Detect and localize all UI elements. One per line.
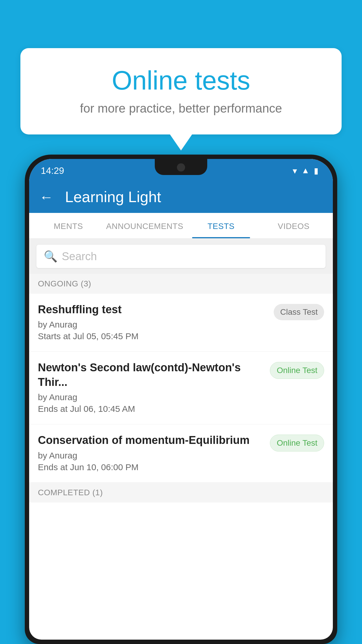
test-time-value-1: Jul 05, 05:45 PM <box>73 331 138 341</box>
phone-screen: 14:29 ▾ ▲ ▮ ← Learning Light MENTS ANNOU… <box>29 159 333 640</box>
tab-ments[interactable]: MENTS <box>32 213 105 238</box>
test-author-1: by Anurag <box>38 320 268 330</box>
camera-notch <box>177 163 185 172</box>
status-time: 14:29 <box>41 165 64 176</box>
test-time-1: Starts at Jul 05, 05:45 PM <box>38 331 268 341</box>
test-info-3: Conservation of momentum-Equilibrium by … <box>38 433 264 472</box>
app-bar: ← Learning Light <box>29 181 333 213</box>
search-input-wrapper[interactable]: 🔍 Search <box>36 245 326 268</box>
tab-tests[interactable]: TESTS <box>185 213 257 238</box>
test-time-value-3: Jun 10, 06:00 PM <box>70 462 138 472</box>
test-badge-3: Online Test <box>270 435 324 452</box>
back-button[interactable]: ← <box>39 189 53 205</box>
test-item-newtons[interactable]: Newton's Second law(contd)-Newton's Thir… <box>29 352 333 424</box>
tab-videos[interactable]: VIDEOS <box>257 213 330 238</box>
test-item-reshuffling[interactable]: Reshuffling test by Anurag Starts at Jul… <box>29 294 333 352</box>
speech-bubble: Online tests for more practice, better p… <box>20 48 342 134</box>
test-time-label-3: Ends at <box>38 462 68 472</box>
test-badge-1: Class Test <box>274 304 324 320</box>
ongoing-section-header: ONGOING (3) <box>29 274 333 294</box>
completed-title: COMPLETED (1) <box>38 488 103 497</box>
tabs-container: MENTS ANNOUNCEMENTS TESTS VIDEOS <box>29 213 333 239</box>
wifi-icon: ▾ <box>293 166 297 176</box>
test-name-3: Conservation of momentum-Equilibrium <box>38 433 264 447</box>
test-author-2: by Anurag <box>38 392 264 402</box>
bubble-subtitle: for more practice, better performance <box>44 102 318 116</box>
phone-frame: 14:29 ▾ ▲ ▮ ← Learning Light MENTS ANNOU… <box>25 155 337 644</box>
bubble-title: Online tests <box>44 66 318 96</box>
test-time-label-2: Ends at <box>38 404 68 414</box>
test-time-3: Ends at Jun 10, 06:00 PM <box>38 462 264 472</box>
phone-notch <box>155 159 207 175</box>
test-time-value-2: Jul 06, 10:45 AM <box>70 404 135 414</box>
test-info-2: Newton's Second law(contd)-Newton's Thir… <box>38 360 264 414</box>
test-time-label-1: Starts at <box>38 331 71 341</box>
completed-section-header: COMPLETED (1) <box>29 483 333 503</box>
search-icon: 🔍 <box>44 250 57 263</box>
test-badge-2: Online Test <box>270 362 324 379</box>
battery-icon: ▮ <box>314 166 318 176</box>
signal-icon: ▲ <box>301 166 310 175</box>
tab-announcements[interactable]: ANNOUNCEMENTS <box>105 213 185 238</box>
search-container: 🔍 Search <box>29 239 333 274</box>
test-item-conservation[interactable]: Conservation of momentum-Equilibrium by … <box>29 424 333 482</box>
test-info-1: Reshuffling test by Anurag Starts at Jul… <box>38 302 268 341</box>
test-author-3: by Anurag <box>38 451 264 461</box>
test-time-2: Ends at Jul 06, 10:45 AM <box>38 404 264 414</box>
test-name-2: Newton's Second law(contd)-Newton's Thir… <box>38 360 264 389</box>
search-placeholder: Search <box>62 250 97 263</box>
app-title: Learning Light <box>65 188 161 206</box>
ongoing-title: ONGOING (3) <box>38 279 91 288</box>
test-name-1: Reshuffling test <box>38 302 268 317</box>
status-icons: ▾ ▲ ▮ <box>293 166 318 176</box>
